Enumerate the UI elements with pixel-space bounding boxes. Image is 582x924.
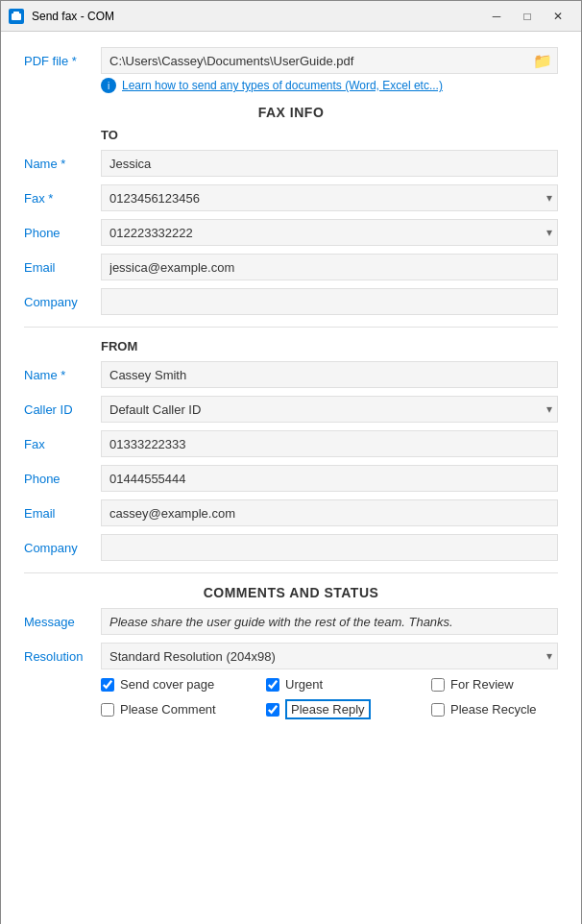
to-company-label: Company [24,295,101,309]
message-row: Message [24,608,558,635]
from-phone-row: Phone [24,465,558,492]
message-label: Message [24,615,101,629]
to-phone-input[interactable] [101,219,558,246]
main-window: Send fax - COM ─ □ ✕ PDF file * 📁 i Lear… [0,0,582,924]
info-row: i Learn how to send any types of documen… [101,78,558,93]
to-email-input[interactable] [101,254,558,280]
from-fax-label: Fax [24,437,101,451]
resolution-label: Resolution [24,649,101,664]
to-fax-select-wrapper: ▾ [101,184,558,211]
pdf-file-input[interactable] [101,47,558,74]
checkboxes-section: Send cover page Urgent For Review Please… [101,677,558,719]
to-fax-label: Fax * [24,191,101,206]
from-caller-id-input[interactable] [101,396,558,423]
info-icon: i [101,78,116,93]
to-name-input[interactable] [101,150,558,177]
for-review-label: For Review [450,677,514,692]
urgent-checkbox[interactable] [266,678,279,692]
from-company-label: Company [24,541,101,555]
resolution-input[interactable] [101,643,558,669]
send-cover-page-item: Send cover page [101,677,235,692]
from-name-label: Name * [24,368,101,382]
checkbox-row-1: Send cover page Urgent For Review [101,677,558,692]
for-review-item: For Review [431,677,566,692]
from-fax-row: Fax [24,430,558,457]
app-icon [9,9,24,24]
minimize-button[interactable]: ─ [481,5,512,28]
from-email-label: Email [24,506,101,521]
to-fax-input[interactable] [101,184,558,211]
urgent-item: Urgent [266,677,400,692]
pdf-input-wrapper: 📁 [101,47,558,74]
section-divider-1 [24,327,558,328]
to-company-row: Company [24,288,558,315]
close-window-button[interactable]: ✕ [543,5,573,28]
folder-icon[interactable]: 📁 [533,52,552,70]
to-name-label: Name * [24,157,101,171]
from-fax-input[interactable] [101,430,558,457]
form-content: PDF file * 📁 i Learn how to send any typ… [1,32,581,924]
pdf-file-row: PDF file * 📁 [24,47,558,74]
to-fax-row: Fax * ▾ [24,184,558,211]
pdf-file-label: PDF file * [24,54,101,68]
please-comment-label: Please Comment [120,702,216,717]
please-reply-item: Please Reply [266,699,400,719]
comments-header: COMMENTS AND STATUS [24,585,558,600]
window-title: Send fax - COM [32,10,481,23]
please-recycle-label: Please Recycle [450,702,537,717]
resolution-select-wrapper: ▾ [101,643,558,669]
checkbox-row-2: Please Comment Please Reply Please Recyc… [101,699,558,719]
section-divider-2 [24,572,558,573]
please-comment-item: Please Comment [101,702,235,717]
send-cover-page-label: Send cover page [120,677,214,692]
from-company-row: Company [24,534,558,561]
from-caller-id-label: Caller ID [24,402,101,417]
svg-rect-0 [12,13,21,20]
titlebar: Send fax - COM ─ □ ✕ [1,1,581,32]
please-recycle-checkbox[interactable] [431,703,445,717]
from-name-input[interactable] [101,361,558,388]
maximize-button[interactable]: □ [512,5,543,28]
resolution-row: Resolution ▾ [24,643,558,669]
from-email-input[interactable] [101,499,558,526]
to-phone-select-wrapper: ▾ [101,219,558,246]
svg-rect-1 [13,12,19,14]
to-header: TO [101,128,558,142]
please-comment-checkbox[interactable] [101,703,114,717]
to-email-row: Email [24,254,558,280]
from-email-row: Email [24,499,558,526]
please-recycle-item: Please Recycle [431,702,566,717]
urgent-label: Urgent [285,677,323,692]
to-name-row: Name * [24,150,558,177]
from-name-row: Name * [24,361,558,388]
window-controls: ─ □ ✕ [481,5,573,28]
please-reply-checkbox[interactable] [266,703,279,717]
message-input[interactable] [101,608,558,635]
for-review-checkbox[interactable] [431,678,445,692]
please-reply-label: Please Reply [285,699,371,719]
from-company-input[interactable] [101,534,558,561]
to-company-input[interactable] [101,288,558,315]
from-phone-input[interactable] [101,465,558,492]
send-cover-page-checkbox[interactable] [101,678,114,692]
info-link[interactable]: Learn how to send any types of documents… [122,79,443,92]
from-caller-id-row: Caller ID ▾ [24,396,558,423]
from-caller-id-select-wrapper: ▾ [101,396,558,423]
to-email-label: Email [24,260,101,275]
fax-info-header: FAX INFO [24,105,558,120]
from-phone-label: Phone [24,472,101,486]
to-phone-label: Phone [24,226,101,240]
from-header: FROM [101,339,558,353]
to-phone-row: Phone ▾ [24,219,558,246]
